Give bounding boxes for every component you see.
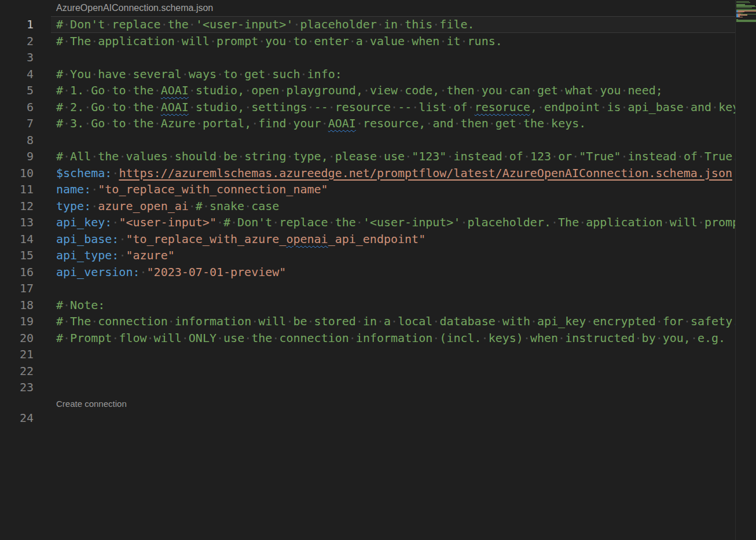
code-token-key: api_key: xyxy=(56,215,112,229)
line-number[interactable]: 23 xyxy=(0,379,34,396)
whitespace-dots: · xyxy=(544,116,551,130)
code-token-comment: ·resource,·and·then·get·the·keys. xyxy=(356,116,586,130)
code-line-20[interactable]: 20#·Prompt·flow·will·ONLY·use·the·connec… xyxy=(0,330,735,347)
code-line-10[interactable]: 10$schema:·https://azuremlschemas.azuree… xyxy=(0,165,735,182)
whitespace-dots: · xyxy=(189,17,196,31)
whitespace-dots: · xyxy=(154,100,161,114)
breadcrumb-filename[interactable]: AzureOpenAIConnection.schema.json xyxy=(56,3,213,13)
whitespace-dots: · xyxy=(460,215,467,229)
line-number[interactable]: 5 xyxy=(0,82,34,99)
code-line-8[interactable]: 8 xyxy=(0,132,735,149)
whitespace-dots: · xyxy=(154,83,161,97)
code-line-6[interactable]: 6#·2.·Go·to·the·AOAI·studio,·settings·--… xyxy=(0,99,735,116)
code-line-1[interactable]: 1#·Don't·replace·the·'<user-input>'·plac… xyxy=(0,16,735,33)
code-line-16[interactable]: 16api_version:·"2023-07-01-preview" xyxy=(0,264,735,281)
line-number[interactable]: 11 xyxy=(0,181,34,198)
code-token-comment: AOAI xyxy=(161,83,189,97)
line-number[interactable]: 13 xyxy=(0,214,34,231)
line-number[interactable]: 9 xyxy=(0,148,34,165)
line-number[interactable]: 15 xyxy=(0,247,34,264)
line-number[interactable]: 1 xyxy=(0,16,34,33)
code-token-str: _api_endpoint" xyxy=(328,232,426,246)
code-token-plain: · xyxy=(140,265,147,279)
code-line-14[interactable]: 14api_base:·"to_replace_with_azure_opena… xyxy=(0,231,735,248)
whitespace-dots: · xyxy=(656,314,663,328)
whitespace-dots: · xyxy=(398,17,405,31)
line-number[interactable]: 18 xyxy=(0,297,34,314)
code-line-7[interactable]: 7#·3.·Go·to·the·Azure·portal,·find·your·… xyxy=(0,115,735,132)
code-token-comment: #·The·connection·information·will·be·sto… xyxy=(56,314,735,328)
whitespace-dots: · xyxy=(454,116,461,130)
whitespace-dots: · xyxy=(551,149,558,163)
code-editor[interactable]: 1#·Don't·replace·the·'<user-input>'·plac… xyxy=(0,16,735,426)
minimap[interactable] xyxy=(736,1,755,26)
code-line-2[interactable]: 2#·The·application·will·prompt·you·to·en… xyxy=(0,33,735,50)
code-line-text: #·The·application·will·prompt·you·to·ent… xyxy=(56,33,502,50)
whitespace-dots: · xyxy=(551,215,558,229)
whitespace-dots: · xyxy=(91,182,98,196)
code-line-9[interactable]: 9#·All·the·values·should·be·string·type,… xyxy=(0,148,735,165)
line-number[interactable]: 22 xyxy=(0,363,34,380)
code-line-5[interactable]: 5#·1.·Go·to·the·AOAI·studio,·open·playgr… xyxy=(0,82,735,99)
whitespace-dots: · xyxy=(63,17,70,31)
code-line-21[interactable]: 21 xyxy=(0,346,735,363)
code-line-22[interactable]: 22 xyxy=(0,363,735,380)
code-line-17[interactable]: 17 xyxy=(0,280,735,297)
whitespace-dots: · xyxy=(244,199,251,213)
code-line-text: #·2.·Go·to·the·AOAI·studio,·settings·--·… xyxy=(56,99,735,116)
schema-url-link[interactable]: https://azuremlschemas.azureedge.net/pro… xyxy=(119,166,732,180)
whitespace-dots: · xyxy=(600,100,607,114)
code-line-3[interactable]: 3 xyxy=(0,49,735,66)
whitespace-dots: · xyxy=(105,100,112,114)
code-token-plain: · xyxy=(112,166,119,180)
line-number[interactable]: 3 xyxy=(0,49,34,66)
minimap-segment xyxy=(739,17,743,17)
code-line-4[interactable]: 4#·You·have·several·ways·to·get·such·inf… xyxy=(0,66,735,83)
line-number[interactable]: 17 xyxy=(0,280,34,297)
code-line-13[interactable]: 13api_key:·"<user-input>"·#·Don't·replac… xyxy=(0,214,735,231)
whitespace-dots: · xyxy=(502,149,509,163)
code-token-comment: #·The·application·will·prompt·you·to·ent… xyxy=(56,34,502,48)
whitespace-dots: · xyxy=(63,149,70,163)
whitespace-dots: · xyxy=(293,17,300,31)
whitespace-dots: · xyxy=(523,331,530,345)
line-number[interactable]: 4 xyxy=(0,66,34,83)
whitespace-dots: · xyxy=(475,83,482,97)
code-line-19[interactable]: 19#·The·connection·information·will·be·s… xyxy=(0,313,735,330)
code-line-18[interactable]: 18#·Note: xyxy=(0,297,735,314)
line-number[interactable]: 20 xyxy=(0,330,34,347)
whitespace-dots: · xyxy=(356,215,363,229)
line-number[interactable]: 6 xyxy=(0,99,34,116)
code-token-comment: #·All·the·values·should·be·string·type,·… xyxy=(56,149,735,163)
whitespace-dots: · xyxy=(432,17,439,31)
code-line-24[interactable]: 24 xyxy=(0,410,735,427)
whitespace-dots: · xyxy=(63,116,70,130)
whitespace-dots: · xyxy=(468,100,475,114)
line-number[interactable]: 24 xyxy=(0,410,34,427)
code-line-text: #·You·have·several·ways·to·get·such·info… xyxy=(56,66,342,83)
line-number[interactable]: 8 xyxy=(0,132,34,149)
code-line-12[interactable]: 12type:·azure_open_ai·#·snake·case xyxy=(0,198,735,215)
code-lines: 1#·Don't·replace·the·'<user-input>'·plac… xyxy=(0,16,735,426)
line-number[interactable]: 21 xyxy=(0,346,34,363)
line-number[interactable]: 14 xyxy=(0,231,34,248)
code-line-23[interactable]: 23 xyxy=(0,379,735,396)
breadcrumb[interactable]: AzureOpenAIConnection.schema.json xyxy=(0,0,735,16)
whitespace-dots: · xyxy=(196,116,203,130)
code-token-comment: #·snake·case xyxy=(196,199,280,213)
line-number[interactable]: 16 xyxy=(0,264,34,281)
code-line-15[interactable]: 15api_type:·"azure" xyxy=(0,247,735,264)
line-number[interactable]: 7 xyxy=(0,115,34,132)
whitespace-dots: · xyxy=(328,215,335,229)
line-number[interactable]: 12 xyxy=(0,198,34,215)
whitespace-dots: · xyxy=(168,149,175,163)
line-number[interactable]: 10 xyxy=(0,165,34,182)
code-token-comment: #·2.·Go·to·the· xyxy=(56,100,161,114)
code-line-11[interactable]: 11name:·"to_replace_with_connection_name… xyxy=(0,181,735,198)
line-number[interactable]: 2 xyxy=(0,33,34,50)
code-token-str: "<user-input>" xyxy=(119,215,216,229)
whitespace-dots: · xyxy=(656,331,663,345)
whitespace-dots: · xyxy=(307,100,314,114)
line-number[interactable]: 19 xyxy=(0,313,34,330)
codelens-create-connection[interactable]: Create connection xyxy=(56,397,127,411)
